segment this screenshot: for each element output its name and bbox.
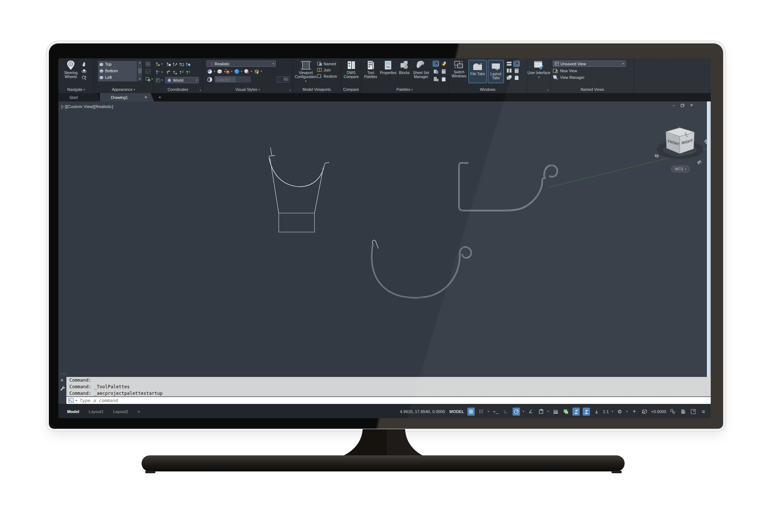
ucs-named-icon[interactable] — [165, 61, 171, 67]
chevron-down-icon[interactable]: ▾ — [626, 410, 628, 413]
list-item-bottom[interactable]: Bottom — [98, 68, 137, 74]
sun-properties-icon[interactable] — [440, 61, 447, 67]
tab-drawing1[interactable]: Drawing1 ✕ — [100, 93, 154, 101]
pan-icon[interactable] — [81, 61, 87, 67]
blocks-button[interactable]: Blocks — [398, 58, 411, 75]
dynamic-input-toggle[interactable]: +_ — [492, 408, 499, 416]
units-cube-icon[interactable] — [641, 408, 648, 416]
ortho-mode-toggle[interactable]: ∟ — [502, 408, 510, 416]
workspace-switching-icon[interactable]: ⚙ — [616, 408, 624, 416]
command-panel-grip[interactable]: ∶∶∶∶∶∶∶∶∶∶∶∶ — [60, 373, 66, 375]
chevron-down-icon[interactable]: ▾ — [488, 410, 489, 413]
sheet-set-manager-button[interactable]: Sheet Set Manager — [412, 58, 431, 79]
join-viewports-button[interactable]: Join — [317, 68, 337, 72]
dwg-compare-button[interactable]: DWG Compare — [341, 58, 361, 79]
chevron-down-icon[interactable]: ▾ — [523, 410, 524, 413]
ucs-origin-icon[interactable] — [172, 69, 178, 75]
grid-display-toggle[interactable] — [467, 408, 475, 416]
annotation-autoscale-toggle[interactable] — [583, 408, 590, 416]
viewcube-cube[interactable]: FRONT RIGHT TOP — [666, 123, 694, 154]
list-scrollbar[interactable]: ▲▼ — [137, 61, 142, 81]
materials-browser-icon[interactable] — [433, 68, 439, 74]
graphics-performance-icon[interactable] — [679, 408, 687, 416]
orbit-icon[interactable] — [81, 68, 87, 74]
tile-horizontally-icon[interactable] — [506, 61, 512, 67]
calculator-icon[interactable] — [513, 68, 520, 74]
panel-label-appearance[interactable]: Appearance ▾ — [94, 87, 153, 92]
named-view-dropdown[interactable]: Unsaved View ▾ — [553, 61, 626, 67]
tab-model[interactable]: Model — [67, 409, 79, 414]
new-view-button[interactable]: New View — [553, 68, 634, 73]
ucs-previous-icon[interactable] — [165, 69, 171, 75]
panel-label-named-views[interactable]: Named Views — [551, 87, 634, 92]
ucs-z-axis-icon[interactable]: Z — [178, 69, 185, 75]
clipboard-icon[interactable] — [440, 76, 447, 82]
calculator-icon[interactable] — [440, 68, 447, 74]
viewport-unlock-icon[interactable] — [145, 68, 151, 74]
tile-vertically-icon[interactable] — [506, 68, 512, 74]
opacity-field[interactable] — [215, 76, 251, 83]
lighting-sphere-icon[interactable] — [234, 68, 240, 74]
tab-layout2[interactable]: Layout2 — [113, 409, 128, 414]
viewport-lock-icon[interactable] — [145, 61, 151, 67]
new-drawing-tab-button[interactable]: ＋ — [158, 94, 162, 100]
canvas-vertical-scrollbar[interactable] — [707, 101, 711, 377]
command-input[interactable] — [79, 397, 711, 404]
tab-layout1[interactable]: Layout1 — [89, 409, 104, 414]
transparency-toggle[interactable] — [562, 408, 570, 416]
clean-screen-icon[interactable] — [690, 408, 697, 416]
ucs-3point-icon[interactable]: 3 — [185, 69, 191, 75]
panel-label-navigate[interactable]: Navigate ▾ — [58, 87, 94, 92]
panel-label-model-viewports[interactable]: Model Viewports — [293, 87, 341, 92]
zoom-extents-icon[interactable] — [81, 75, 87, 81]
new-layout-button[interactable]: + — [138, 409, 140, 414]
command-input-row[interactable]: ▾ — [66, 397, 711, 404]
ucs-x-icon[interactable]: x — [155, 69, 161, 75]
view-direction-list[interactable]: Top Bottom Left — [98, 61, 137, 82]
annotation-visibility-toggle[interactable] — [572, 408, 580, 416]
viewport-configuration-button[interactable]: Viewport Configuration ▾ — [294, 58, 317, 83]
materials-icon[interactable] — [253, 68, 259, 74]
annotation-scale-icon[interactable] — [593, 408, 600, 416]
view-manager-button[interactable]: View Manager — [553, 75, 634, 80]
command-history[interactable]: Command: Command: _ToolPalettes Command:… — [66, 377, 711, 397]
edge-effects-icon[interactable] — [145, 76, 151, 82]
chevron-down-icon[interactable]: ▾ — [76, 399, 77, 402]
ucs-select-dropdown[interactable]: World ▾ — [165, 77, 199, 83]
ucs-world-icon[interactable] — [185, 61, 191, 67]
annotation-scale-value[interactable]: 1:1 — [603, 409, 609, 414]
panel-label-windows[interactable]: Windows — [448, 87, 527, 92]
list-item-left[interactable]: Left — [98, 74, 137, 81]
close-tab-icon[interactable]: ✕ — [144, 95, 147, 99]
chevron-down-icon[interactable]: ▾ — [548, 410, 549, 413]
tab-start[interactable]: Start — [58, 93, 100, 101]
shaded-box-icon[interactable] — [216, 68, 223, 74]
panel-label-coordinates[interactable]: Coordinates — [153, 87, 202, 92]
isolate-objects-icon[interactable] — [669, 408, 676, 416]
clipboard-icon[interactable] — [513, 74, 520, 81]
command-panel-wrench-icon[interactable] — [59, 385, 65, 391]
drawing-canvas[interactable]: [−][Custom View][Realistic] − ✕ — [58, 101, 711, 377]
named-viewports-button[interactable]: Named — [317, 61, 337, 66]
panel-label-compare[interactable]: Compare — [341, 87, 361, 92]
wcs-selector[interactable]: WCS▾ — [671, 166, 690, 172]
object-snap-toggle[interactable] — [537, 408, 545, 416]
list-item-top[interactable]: Top — [98, 61, 137, 68]
command-line-toggle-icon[interactable] — [433, 61, 439, 67]
file-tabs-toggle[interactable]: File Tabs — [468, 60, 487, 83]
polar-tracking-toggle[interactable] — [513, 408, 520, 416]
properties-button[interactable]: Properties — [379, 58, 397, 75]
shadows-off-icon[interactable] — [243, 68, 250, 74]
opacity-toggle-icon[interactable] — [207, 76, 213, 82]
cascade-icon[interactable] — [506, 74, 512, 81]
lineweight-toggle[interactable] — [552, 408, 559, 416]
visual-style-dropdown[interactable]: Realistic ▾ — [207, 61, 276, 67]
text-window-icon[interactable] — [513, 61, 520, 67]
tool-palettes-button[interactable]: Tool Palettes — [363, 58, 379, 79]
ucs-face-icon[interactable] — [178, 61, 185, 67]
switch-windows-button[interactable]: Switch Windows — [451, 58, 467, 78]
snap-mode-toggle[interactable] — [478, 408, 485, 416]
panel-expander-icon[interactable]: » — [546, 88, 550, 92]
model-space-indicator[interactable]: MODEL — [450, 409, 464, 414]
textures-icon[interactable] — [224, 68, 230, 74]
